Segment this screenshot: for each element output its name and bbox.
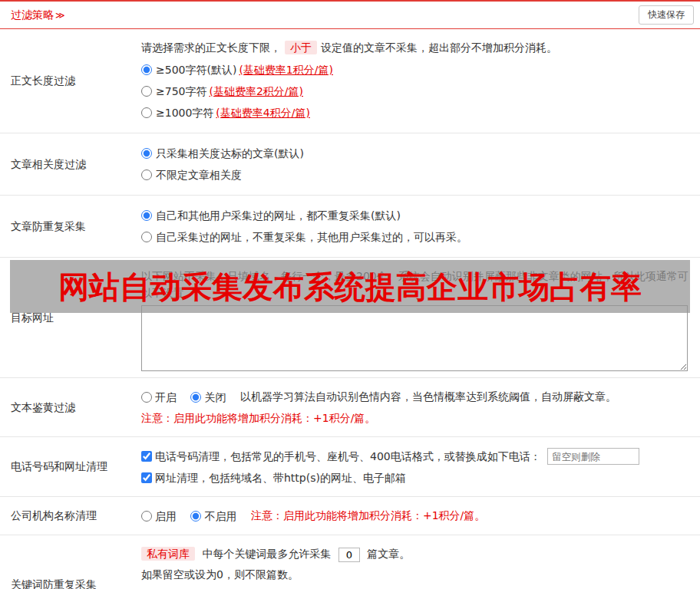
checkbox-url-clean[interactable]: [141, 472, 152, 483]
radio-option-750-chars[interactable]: ≥750字符 (基础费率2积分/篇): [141, 84, 692, 99]
radio-relevance-strict[interactable]: [141, 148, 152, 159]
radio-dedup-self[interactable]: [141, 232, 152, 242]
checkbox-option-url-clean[interactable]: 网址清理，包括纯域名、带http(s)的网址、电子邮箱: [141, 469, 406, 486]
quick-save-button[interactable]: 快速保存: [639, 5, 694, 25]
section-content-dedup: 自己和其他用户采集过的网址，都不重复采集(默认) 自己采集过的网址，不重复采集，…: [140, 196, 700, 257]
section-body-length-filter: 正文长度过滤 请选择需求的正文长度下限，小于设定值的文章不采集，超出部分不增加积…: [0, 29, 700, 133]
chevron-double-icon: ≫: [55, 10, 65, 21]
fee-note: (基础费率2积分/篇): [209, 84, 303, 99]
section-label-dedup: 文章防重复采集: [0, 196, 140, 257]
option-label: 不限定文章相关度: [156, 167, 242, 183]
section-label-relevance: 文章相关度过滤: [0, 133, 140, 195]
section-dedup-collect: 文章防重复采集 自己和其他用户采集过的网址，都不重复采集(默认) 自己采集过的网…: [0, 196, 700, 258]
radio-option-porn-off[interactable]: 关闭: [190, 389, 226, 406]
section-label-body-length: 正文长度过滤: [0, 29, 140, 133]
option-label: 关闭: [204, 389, 226, 406]
radio-750-chars[interactable]: [141, 86, 152, 97]
filter-strategy-page: 过滤策略≫ 快速保存 正文长度过滤 请选择需求的正文长度下限，小于设定值的文章不…: [0, 0, 700, 589]
porn-filter-options-line: 开启 关闭 以机器学习算法自动识别色情内容，当色情概率达到系统阈值，自动屏蔽文章…: [141, 388, 692, 406]
checkbox-phone-clean[interactable]: [141, 451, 152, 462]
radio-option-relevance-any[interactable]: 不限定文章相关度: [141, 167, 692, 183]
radio-porn-on[interactable]: [141, 392, 152, 403]
section-content-company-clean: 启用 不启用 注意：启用此功能将增加积分消耗：+1积分/篇。: [140, 497, 700, 535]
private-lexicon-tag: 私有词库: [141, 547, 195, 561]
section-content-body-length: 请选择需求的正文长度下限，小于设定值的文章不采集，超出部分不增加积分消耗。 ≥5…: [140, 29, 700, 133]
section-label-porn-filter: 文本鉴黄过滤: [0, 378, 140, 436]
option-label: 只采集相关度达标的文章(默认): [156, 146, 304, 161]
option-label: 自己采集过的网址，不重复采集，其他用户采集过的，可以再采。: [156, 229, 467, 245]
section-label-phone-url: 电话号码和网址清理: [0, 437, 140, 496]
section-label-keyword-dedup: 关键词防重复采集: [0, 535, 140, 589]
radio-company-off[interactable]: [190, 511, 201, 522]
section-content-relevance: 只采集相关度达标的文章(默认) 不限定文章相关度: [140, 133, 700, 195]
phone-replace-input[interactable]: [547, 448, 639, 465]
radio-porn-off[interactable]: [190, 392, 201, 403]
fee-note: (基础费率4积分/篇): [216, 105, 310, 120]
option-label: ≥750字符: [156, 84, 206, 99]
section-label-company-clean: 公司机构名称清理: [0, 497, 140, 535]
section-phone-url-clean: 电话号码和网址清理 电话号码清理，包括常见的手机号、座机号、400电话格式，或替…: [0, 437, 700, 497]
section-content-porn-filter: 开启 关闭 以机器学习算法自动识别色情内容，当色情概率达到系统阈值，自动屏蔽文章…: [140, 378, 700, 436]
description-text: 请选择需求的正文长度下限，: [141, 41, 281, 54]
fee-note: (基础费率1积分/篇): [239, 62, 333, 77]
max-collect-count-input[interactable]: [338, 548, 360, 562]
radio-option-dedup-global[interactable]: 自己和其他用户采集过的网址，都不重复采集(默认): [141, 208, 692, 223]
option-label: 启用: [155, 508, 177, 525]
keyword-limit-text-end: 篇文章。: [367, 548, 410, 560]
company-clean-cost-note: 注意：启用此功能将增加积分消耗：+1积分/篇。: [251, 509, 485, 522]
checkbox-option-phone-clean[interactable]: 电话号码清理，包括常见的手机号、座机号、400电话格式，或替换成如下电话：: [141, 448, 541, 465]
phone-clean-line: 电话号码清理，包括常见的手机号、座机号、400电话格式，或替换成如下电话：: [141, 447, 692, 465]
radio-option-porn-on[interactable]: 开启: [141, 389, 177, 406]
keyword-limit-line: 私有词库 中每个关键词最多允许采集 篇文章。: [141, 545, 692, 562]
radio-dedup-global[interactable]: [141, 210, 152, 221]
section-company-name-clean: 公司机构名称清理 启用 不启用 注意：启用此功能将增加积分消耗：+1积分/篇。: [0, 497, 700, 535]
radio-option-relevance-strict[interactable]: 只采集相关度达标的文章(默认): [141, 146, 692, 161]
url-clean-line: 网址清理，包括纯域名、带http(s)的网址、电子邮箱: [141, 469, 692, 486]
radio-1000-chars[interactable]: [141, 107, 152, 118]
option-label: 开启: [155, 389, 177, 406]
section-relevance-filter: 文章相关度过滤 只采集相关度达标的文章(默认) 不限定文章相关度: [0, 133, 700, 196]
keyword-rule-empty-line: 如果留空或设为0，则不限篇数。: [141, 566, 692, 583]
option-label: 网址清理，包括纯域名、带http(s)的网址、电子邮箱: [155, 469, 406, 486]
radio-option-company-off[interactable]: 不启用: [190, 508, 236, 525]
exclude-domains-textarea[interactable]: [141, 305, 688, 371]
section-keyword-dedup: 关键词防重复采集 私有词库 中每个关键词最多允许采集 篇文章。 如果留空或设为0…: [0, 535, 700, 589]
porn-filter-cost-note: 注意：启用此功能将增加积分消耗：+1积分/篇。: [141, 410, 692, 426]
option-label: 电话号码清理，包括常见的手机号、座机号、400电话格式，或替换成如下电话：: [155, 448, 541, 465]
section-content-phone-url: 电话号码清理，包括常见的手机号、座机号、400电话格式，或替换成如下电话： 网址…: [140, 437, 700, 496]
option-label: 自己和其他用户采集过的网址，都不重复采集(默认): [156, 208, 401, 223]
radio-500-chars[interactable]: [141, 64, 152, 75]
radio-option-company-on[interactable]: 启用: [141, 508, 177, 525]
section-content-keyword-dedup: 私有词库 中每个关键词最多允许采集 篇文章。 如果留空或设为0，则不限篇数。 如…: [140, 535, 700, 589]
option-label: ≥1000字符: [156, 105, 213, 120]
section-porn-filter: 文本鉴黄过滤 开启 关闭 以机器学习算法自动识别色情内容，当色情概率达到系统阈值…: [0, 378, 700, 437]
page-title[interactable]: 过滤策略≫: [11, 7, 65, 23]
radio-company-on[interactable]: [141, 511, 152, 522]
description-text: 设定值的文章不采集，超出部分不增加积分消耗。: [321, 41, 557, 54]
option-label: 不启用: [204, 508, 236, 525]
porn-filter-description: 以机器学习算法自动识别色情内容，当色情概率达到系统阈值，自动屏蔽文章。: [240, 390, 616, 403]
watermark-banner: 网站自动采集发布系统提高企业市场占有率: [10, 260, 690, 313]
body-length-description: 请选择需求的正文长度下限，小于设定值的文章不采集，超出部分不增加积分消耗。: [141, 39, 692, 56]
less-than-tag: 小于: [285, 41, 317, 54]
option-label: ≥500字符(默认): [156, 62, 236, 77]
radio-relevance-any[interactable]: [141, 169, 152, 180]
radio-option-1000-chars[interactable]: ≥1000字符 (基础费率4积分/篇): [141, 105, 692, 120]
radio-option-500-chars[interactable]: ≥500字符(默认) (基础费率1积分/篇): [141, 62, 692, 77]
keyword-limit-text: 中每个关键词最多允许采集: [202, 548, 331, 560]
watermark-text: 网站自动采集发布系统提高企业市场占有率: [58, 264, 642, 310]
company-clean-options-line: 启用 不启用 注意：启用此功能将增加积分消耗：+1积分/篇。: [141, 507, 692, 525]
radio-option-dedup-self[interactable]: 自己采集过的网址，不重复采集，其他用户采集过的，可以再采。: [141, 229, 692, 245]
page-header: 过滤策略≫ 快速保存: [0, 0, 700, 29]
page-title-text: 过滤策略: [11, 8, 54, 21]
